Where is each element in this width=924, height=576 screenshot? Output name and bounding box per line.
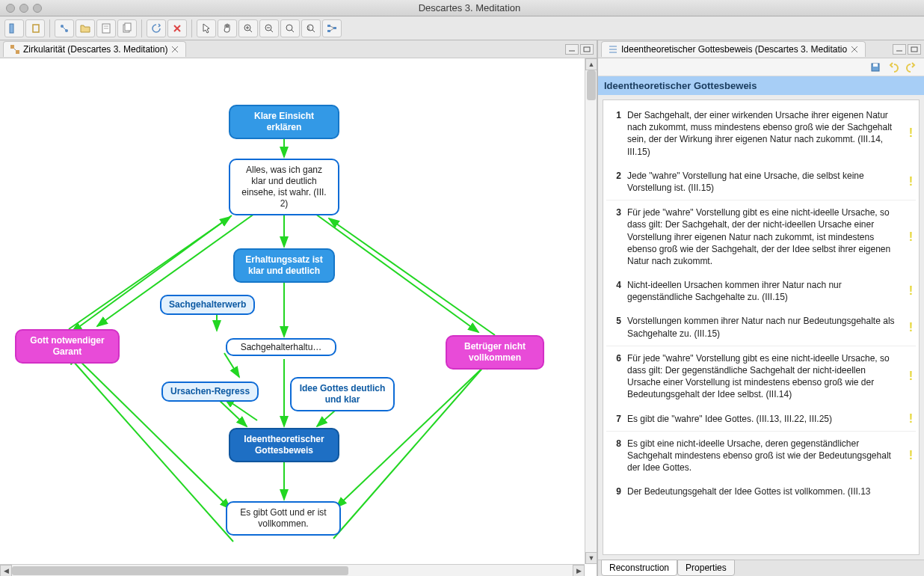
- list-item[interactable]: 4Nicht-ideellen Ursachen kommen ihrer Na…: [606, 273, 916, 309]
- warning-icon: !: [909, 368, 913, 384]
- list-item[interactable]: 6Für jede "wahre" Vorstellung gibt es ei…: [606, 346, 916, 407]
- undo-icon[interactable]: [887, 61, 900, 74]
- tool-button-1[interactable]: [4, 19, 24, 37]
- node-idee-gottes[interactable]: Idee Gottes deutlich und klar: [290, 377, 395, 411]
- warning-icon: !: [909, 283, 913, 299]
- warning-icon: !: [909, 319, 913, 336]
- zoom-fit-button[interactable]: [280, 19, 300, 37]
- open-folder-button[interactable]: [76, 19, 95, 37]
- node-alles-klar[interactable]: Alles, was ich ganz klar und deutlich ei…: [229, 159, 339, 215]
- minimize-pane-button[interactable]: [893, 44, 906, 55]
- svg-rect-61: [911, 47, 917, 52]
- tab-zirkularitaet[interactable]: Zirkularität (Descartes 3. Meditation): [3, 41, 186, 57]
- redo-icon[interactable]: [905, 61, 918, 74]
- warning-icon: !: [909, 411, 913, 427]
- svg-rect-1: [33, 25, 39, 32]
- proof-list[interactable]: 1Der Sachgehalt, der einer wirkenden Urs…: [603, 99, 920, 555]
- svg-rect-30: [16, 50, 19, 54]
- right-pane-toolbar: [598, 58, 924, 76]
- svg-line-54: [224, 353, 239, 377]
- node-gott-garant[interactable]: Gott notwendiger Garant: [15, 329, 120, 364]
- delete-button[interactable]: [167, 19, 187, 37]
- tab-gottesbeweis[interactable]: Ideentheoretischer Gottesbeweis (Descart…: [601, 41, 866, 57]
- tab-reconstruction[interactable]: Reconstruction: [601, 560, 677, 576]
- right-tabbar: Ideentheoretischer Gottesbeweis (Descart…: [598, 40, 924, 58]
- list-item[interactable]: 7Es gibt die "wahre" Idee Gottes. (III.1…: [606, 407, 916, 432]
- svg-text:1: 1: [307, 25, 310, 31]
- zoom-reset-button[interactable]: 1: [301, 19, 321, 37]
- horizontal-scrollbar[interactable]: ◀ ▶: [0, 564, 585, 576]
- warning-icon: !: [909, 229, 913, 245]
- list-item[interactable]: 1Der Sachgehalt, der einer wirkenden Urs…: [606, 103, 916, 164]
- list-item[interactable]: 9Der Bedeutungsgehalt der Idee Gottes is…: [606, 480, 916, 503]
- node-betrueger[interactable]: Betrüger nicht vollkommen: [446, 335, 544, 370]
- pointer-tool-button[interactable]: [197, 19, 216, 37]
- node-klare-einsicht[interactable]: Klare Einsicht erklären: [229, 105, 339, 139]
- window-titlebar: Descartes 3. Meditation: [0, 0, 924, 16]
- list-item[interactable]: 8Es gibt eine nicht-ideelle Ursache, der…: [606, 432, 916, 480]
- node-erhaltungssatz[interactable]: Erhaltungssatz ist klar und deutlich: [233, 248, 335, 283]
- zoom-in-button[interactable]: [238, 19, 258, 37]
- scroll-right-button[interactable]: ▶: [573, 565, 585, 576]
- tab-properties[interactable]: Properties: [677, 560, 735, 576]
- svg-rect-29: [10, 45, 14, 49]
- diagram-canvas[interactable]: Klare Einsicht erklären Alles, was ich g…: [0, 58, 597, 576]
- svg-rect-24: [327, 25, 330, 27]
- warning-icon: !: [909, 126, 913, 142]
- maximize-pane-button[interactable]: [908, 44, 921, 55]
- left-pane: Zirkularität (Descartes 3. Meditation): [0, 40, 598, 576]
- scroll-down-button[interactable]: ▼: [585, 552, 597, 564]
- tab-label: Ideentheoretischer Gottesbeweis (Descart…: [621, 44, 847, 55]
- minimize-window-button[interactable]: [19, 4, 28, 13]
- close-window-button[interactable]: [6, 4, 15, 13]
- layout-button[interactable]: [322, 19, 342, 37]
- zoom-out-button[interactable]: [259, 19, 279, 37]
- svg-line-52: [329, 218, 495, 335]
- list-item[interactable]: 3Für jede "wahre" Vorstellung gibt es ei…: [606, 200, 916, 273]
- scroll-up-button[interactable]: ▲: [585, 58, 597, 70]
- node-ursachen-regress[interactable]: Ursachen-Regress: [161, 382, 259, 402]
- hand-tool-button[interactable]: [218, 19, 237, 37]
- tab-close-button[interactable]: [850, 45, 859, 54]
- zoom-window-button[interactable]: [33, 4, 42, 13]
- svg-line-17: [271, 30, 273, 32]
- warning-icon: !: [909, 447, 913, 464]
- tool-button-2[interactable]: [25, 19, 45, 37]
- document-button[interactable]: [96, 19, 116, 37]
- list-item[interactable]: 5Vorstellungen kommen ihrer Natur nach n…: [606, 309, 916, 346]
- section-header: Ideentheoretischer Gottesbeweis: [598, 76, 924, 95]
- svg-line-31: [14, 49, 16, 50]
- svg-point-19: [286, 25, 292, 31]
- node-sachgehalterwerb[interactable]: Sachgehalterwerb: [160, 295, 255, 315]
- node-es-gibt-gott[interactable]: Es gibt Gott und er ist vollkommen.: [226, 501, 341, 536]
- scroll-left-button[interactable]: ◀: [0, 565, 12, 576]
- svg-rect-25: [327, 30, 330, 32]
- warning-icon: !: [909, 174, 913, 190]
- maximize-pane-button[interactable]: [580, 44, 594, 55]
- svg-line-22: [312, 30, 315, 32]
- svg-rect-63: [873, 64, 878, 67]
- tab-close-button[interactable]: [170, 45, 179, 54]
- svg-rect-26: [333, 27, 336, 29]
- node-ideentheoretischer[interactable]: Ideentheoretischer Gottesbeweis: [229, 428, 339, 462]
- svg-line-4: [62, 26, 67, 31]
- copy-button[interactable]: [117, 19, 137, 37]
- svg-rect-0: [10, 24, 13, 33]
- tool-button-3[interactable]: [55, 19, 74, 37]
- tab-label: Zirkularität (Descartes 3. Meditation): [23, 44, 167, 55]
- refresh-button[interactable]: [147, 19, 166, 37]
- list-tab-icon: [608, 44, 618, 55]
- node-sachgehalterhaltung[interactable]: Sachgehalterhaltu…: [226, 338, 336, 356]
- list-item[interactable]: 2Jede "wahre" Vorstellung hat eine Ursac…: [606, 164, 916, 200]
- svg-line-13: [250, 30, 252, 32]
- main-toolbar: 1: [0, 16, 924, 40]
- svg-rect-35: [584, 47, 590, 52]
- window-title: Descartes 3. Meditation: [49, 2, 924, 13]
- minimize-pane-button[interactable]: [565, 44, 579, 55]
- scroll-thumb-v[interactable]: [587, 70, 596, 100]
- save-icon[interactable]: [869, 61, 882, 74]
- bottom-tabs: Reconstruction Properties: [598, 560, 924, 576]
- scroll-thumb-h[interactable]: [12, 566, 348, 575]
- vertical-scrollbar[interactable]: ▲ ▼: [585, 58, 597, 564]
- left-tabbar: Zirkularität (Descartes 3. Meditation): [0, 40, 597, 58]
